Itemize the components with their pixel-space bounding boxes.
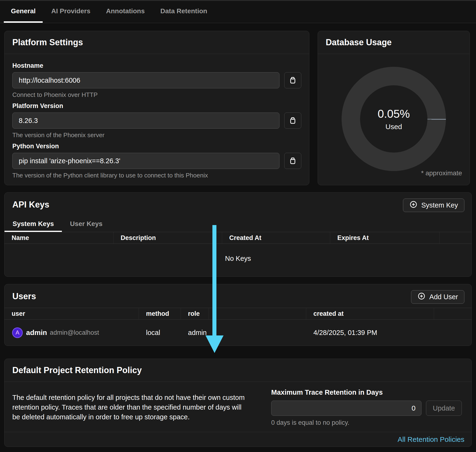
column-header-spacer <box>209 308 306 319</box>
platform-version-input[interactable] <box>12 113 279 129</box>
user-name: admin <box>26 329 47 337</box>
platform-settings-header: Platform Settings <box>5 31 309 54</box>
tab-data-retention[interactable]: Data Retention <box>153 1 215 23</box>
donut-used-label: Used <box>385 123 402 131</box>
platform-version-helper: The version of the Phoenix server <box>12 132 301 139</box>
column-header-expires-at: Expires At <box>330 232 440 244</box>
clipboard-icon <box>288 76 297 85</box>
table-row[interactable]: A admin admin@localhost local admin 4/28… <box>5 319 471 346</box>
retention-zero-days-helper: 0 days is equal to no policy. <box>271 419 462 426</box>
max-retention-days-input[interactable] <box>271 401 422 416</box>
all-retention-policies-link[interactable]: All Retention Policies <box>398 435 464 444</box>
users-table-header: user method role created at <box>5 308 471 319</box>
clipboard-icon <box>288 156 297 166</box>
add-user-button[interactable]: Add User <box>411 290 464 304</box>
subtab-user-keys[interactable]: User Keys <box>62 217 110 232</box>
system-key-button-label: System Key <box>421 201 458 209</box>
add-user-button-label: Add User <box>429 293 458 301</box>
api-keys-empty-state: No Keys <box>5 244 471 273</box>
retention-policy-card: Default Project Retention Policy The def… <box>4 359 472 447</box>
column-header-name: Name <box>5 232 114 244</box>
column-header-user: user <box>5 308 139 319</box>
retention-policy-description: The default retention policy for all pro… <box>12 393 249 422</box>
tab-ai-providers[interactable]: AI Providers <box>44 1 97 23</box>
column-header-method: method <box>139 308 181 319</box>
tab-annotations[interactable]: Annotations <box>99 1 152 23</box>
python-version-copy-button[interactable] <box>284 153 301 169</box>
user-method-cell: local <box>139 329 181 337</box>
api-keys-subtabs: System Keys User Keys <box>5 217 471 232</box>
settings-content: Platform Settings Hostname <box>0 23 476 447</box>
clipboard-icon <box>288 116 297 125</box>
retention-policy-header: Default Project Retention Policy <box>5 359 471 382</box>
column-header-actions <box>434 308 471 319</box>
hostname-copy-button[interactable] <box>284 72 301 88</box>
max-retention-days-label: Maximum Trace Retention in Days <box>271 388 462 396</box>
users-title: Users <box>12 291 464 301</box>
update-button[interactable]: Update <box>426 401 462 416</box>
platform-version-copy-button[interactable] <box>284 113 301 129</box>
python-version-input[interactable] <box>12 153 279 169</box>
column-header-actions <box>440 232 471 244</box>
user-created-at-cell: 4/28/2025, 01:39 PM <box>306 329 434 337</box>
column-header-created-at: created at <box>306 308 434 319</box>
column-header-created-at: Created At <box>222 232 330 244</box>
retention-policy-footer: All Retention Policies <box>5 432 471 446</box>
column-header-role: role <box>181 308 209 319</box>
users-card: Users Add User user method role created … <box>4 284 472 346</box>
database-usage-donut-chart: 0.05% Used <box>342 67 446 171</box>
user-identity-cell: A admin admin@localhost <box>5 327 139 338</box>
platform-settings-title: Platform Settings <box>12 37 301 47</box>
api-keys-title: API Keys <box>12 200 464 210</box>
platform-settings-card: Platform Settings Hostname <box>4 31 309 185</box>
user-email: admin@localhost <box>50 329 99 336</box>
plus-circle-icon <box>417 292 426 302</box>
donut-percent-value: 0.05% <box>378 107 410 120</box>
retention-policy-title: Default Project Retention Policy <box>12 365 464 375</box>
platform-version-label: Platform Version <box>12 102 301 110</box>
hostname-helper: Connect to Phoenix over HTTP <box>12 91 301 99</box>
tab-general[interactable]: General <box>4 1 43 23</box>
user-role-cell: admin <box>181 329 209 337</box>
database-usage-header: Database Usage <box>318 31 469 54</box>
system-key-button[interactable]: System Key <box>403 199 464 212</box>
subtab-system-keys[interactable]: System Keys <box>5 217 62 232</box>
plus-circle-icon <box>409 200 417 210</box>
avatar: A <box>12 327 23 338</box>
api-keys-card: API Keys System Key System Keys User Key… <box>4 192 472 277</box>
settings-tabbar: General AI Providers Annotations Data Re… <box>0 1 476 23</box>
python-version-label: Python Version <box>12 143 301 150</box>
hostname-label: Hostname <box>12 62 301 69</box>
api-keys-table-header: Name Description Created At Expires At <box>5 232 471 244</box>
column-header-description: Description <box>114 232 222 244</box>
database-usage-title: Database Usage <box>326 37 462 47</box>
retention-policy-form: Maximum Trace Retention in Days Update 0… <box>271 388 462 426</box>
donut-center-text: 0.05% Used <box>342 67 446 171</box>
database-usage-card: Database Usage 0.05% Used * approximate <box>318 31 470 185</box>
hostname-input[interactable] <box>12 72 279 88</box>
python-version-helper: The version of the Python client library… <box>12 172 301 179</box>
